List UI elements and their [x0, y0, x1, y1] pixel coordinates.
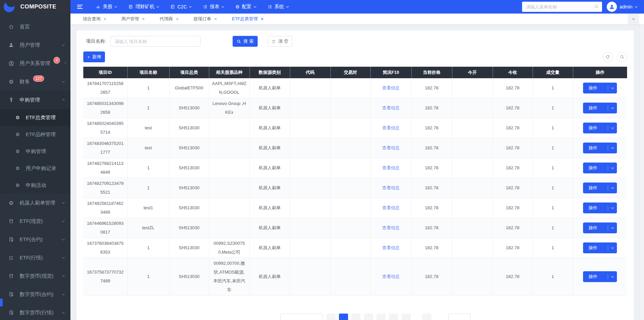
sidebar-item-subscription-management[interactable]: 申购管理 — [0, 91, 70, 109]
pagination-page-size-select[interactable] — [280, 314, 323, 320]
row-action-dropdown-button[interactable]: 操作 — [583, 222, 617, 233]
chevron-up-icon — [62, 99, 65, 102]
view-info-link[interactable]: 查看信息 — [382, 85, 400, 90]
sidebar-item-etf-quotes[interactable]: ETF(行情) — [0, 249, 70, 267]
tab-etf-category-management[interactable]: ETF总类管理× — [232, 16, 264, 22]
pagination-prev-button[interactable] — [326, 314, 336, 320]
button-divider — [608, 205, 608, 211]
column-search-button[interactable] — [617, 52, 627, 62]
sidebar-item-crypto-spot[interactable]: 数字货币(现货) — [0, 267, 70, 285]
pagination-page-button[interactable] — [402, 314, 411, 320]
sidebar-item-user-relations[interactable]: 用户关系管理 4 — [0, 54, 70, 72]
cell-code — [290, 178, 330, 198]
view-info-link[interactable]: 查看信息 — [382, 105, 400, 110]
cell-code — [290, 98, 330, 118]
row-action-dropdown-button[interactable]: 操作 — [583, 123, 617, 133]
view-info-link[interactable]: 查看信息 — [382, 145, 400, 150]
view-info-link[interactable]: 查看信息 — [382, 225, 400, 230]
tab-user-management[interactable]: 用户管理× — [121, 16, 145, 22]
sidebar-subitem-etf-category-management[interactable]: ⚙ ETF总类管理 — [0, 109, 70, 126]
pagination-next-button[interactable] — [422, 314, 431, 320]
cell-project-name: 1 — [127, 258, 169, 296]
sidebar-item-crypto-quotes[interactable]: 数字货币(行情) — [0, 303, 70, 320]
sidebar-item-home[interactable]: 首页 — [0, 18, 70, 36]
row-action-dropdown-button[interactable]: 操作 — [583, 242, 617, 253]
close-icon[interactable]: × — [261, 16, 263, 22]
sidebar-subitem-user-subscription-records[interactable]: ⚙ 用户申购记录 — [0, 160, 70, 177]
view-info-link[interactable]: 查看信息 — [382, 205, 400, 210]
table-row: 1674830463752011777 test SH513030 机器人刷单 … — [83, 138, 627, 158]
cell-trading-pair — [330, 118, 370, 138]
row-action-dropdown-button[interactable]: 操作 — [583, 202, 617, 213]
hamburger-menu-icon[interactable] — [77, 5, 83, 9]
user-menu[interactable]: admin — [607, 2, 637, 12]
cell-actions: 操作 — [573, 98, 627, 118]
cell-project-name: test — [127, 138, 169, 158]
sidebar-item-user-management[interactable]: 用户管理 — [0, 36, 70, 54]
tab-list-dropdown[interactable] — [628, 14, 639, 24]
row-action-dropdown-button[interactable]: 操作 — [583, 83, 617, 93]
tab-withdrawal-orders[interactable]: 提现订单× — [194, 16, 217, 22]
cell-today-close: 182.78 — [493, 138, 533, 158]
tab-combined-query[interactable]: 综合查询× — [83, 16, 106, 22]
row-action-dropdown-button[interactable]: 操作 — [583, 163, 617, 173]
cell-current-price: 182.78 — [411, 178, 452, 198]
top-menu-reports[interactable]: 报表 — [203, 4, 224, 10]
top-menu-system[interactable]: 系统 — [267, 4, 288, 10]
cell-current-price: 182.78 — [411, 98, 452, 118]
pagination-page-button[interactable] — [389, 314, 398, 320]
search-button[interactable]: 搜 索 — [233, 36, 258, 47]
cell-actions: 操作 — [573, 238, 627, 258]
row-action-dropdown-button[interactable]: 操作 — [583, 103, 617, 113]
cell-actions: 操作 — [573, 218, 627, 238]
top-menu-c2c[interactable]: C2C — [170, 4, 191, 9]
pagination-page-button-current[interactable] — [339, 314, 348, 320]
cell-project-category: SH513030 — [169, 258, 209, 296]
button-divider — [608, 105, 608, 111]
clear-button[interactable]: 清 空 — [268, 36, 292, 47]
view-info-link[interactable]: 查看信息 — [382, 274, 400, 279]
sidebar-item-crypto-contract[interactable]: 数字货币(合约) — [0, 285, 70, 303]
cell-project-id: 1678417071152582657 — [83, 78, 127, 98]
sidebar-item-etf-spot[interactable]: ETF(现货) — [0, 212, 70, 230]
pagination-page-button[interactable] — [351, 314, 361, 320]
cell-trading-pair — [330, 238, 370, 258]
pagination-page-button[interactable] — [364, 314, 373, 320]
cell-today-open — [452, 238, 493, 258]
close-icon[interactable]: × — [214, 16, 217, 22]
cell-code — [290, 78, 330, 98]
pagination-page-button[interactable] — [377, 314, 386, 320]
sidebar-subitem-subscription-activity[interactable]: ⚙ 申购活动 — [0, 177, 70, 194]
project-name-input[interactable] — [110, 36, 200, 47]
close-icon[interactable]: × — [104, 16, 106, 22]
top-menu-wealth-miner[interactable]: 理财矿机 — [128, 4, 159, 10]
sidebar-item-finance[interactable]: ⚙ 财务 127 — [0, 72, 70, 91]
gear-icon: ⚙ — [15, 115, 20, 120]
cell-today-open — [452, 258, 493, 296]
sidebar-item-etf-contract[interactable]: ETF(合约) — [0, 230, 70, 249]
close-icon[interactable]: × — [176, 16, 178, 22]
cell-profile-f10: 查看信息 — [370, 98, 411, 118]
add-button[interactable]: + 新增 — [83, 51, 105, 62]
close-icon[interactable]: × — [142, 16, 145, 22]
top-menu-us-stocks[interactable]: 美股 — [96, 4, 117, 10]
sidebar-scrollbar-thumb[interactable] — [0, 299, 3, 306]
cell-current-price: 182.78 — [411, 138, 452, 158]
refresh-button[interactable] — [603, 52, 613, 62]
view-info-link[interactable]: 查看信息 — [382, 125, 400, 130]
sidebar-subitem-subscription-management[interactable]: ⚙ 申购管理 — [0, 143, 70, 160]
view-info-link[interactable]: 查看信息 — [382, 165, 400, 170]
sidebar-subitem-etf-variety-management[interactable]: ⚙ ETF品种管理 — [0, 126, 70, 143]
top-menu-config[interactable]: ⚙ 配置 — [235, 4, 256, 10]
pagination-jump-input[interactable] — [448, 314, 471, 320]
row-action-dropdown-button[interactable]: 操作 — [583, 271, 617, 282]
page-scrollbar[interactable] — [639, 14, 644, 320]
row-action-dropdown-button[interactable]: 操作 — [583, 183, 617, 193]
view-info-link[interactable]: 查看信息 — [382, 245, 400, 250]
menu-search-input[interactable] — [522, 2, 602, 12]
tab-agents[interactable]: 代理商× — [159, 16, 178, 22]
view-info-link[interactable]: 查看信息 — [382, 185, 400, 190]
sidebar-item-robot-trading[interactable]: ⚙ 机器人刷单管理 — [0, 194, 70, 212]
row-action-dropdown-button[interactable]: 操作 — [583, 143, 617, 153]
button-divider — [608, 245, 608, 251]
